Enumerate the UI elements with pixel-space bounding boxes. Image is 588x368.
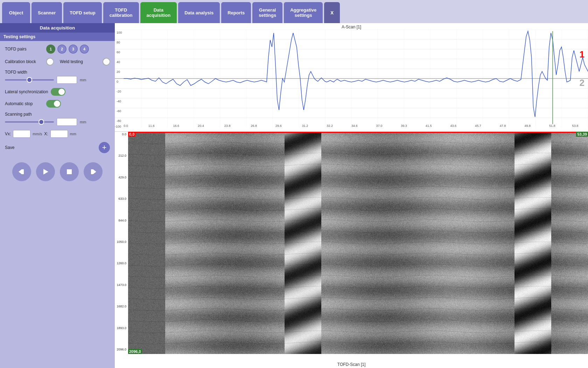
svg-rect-7: [91, 169, 92, 174]
y-label-0: 0.0: [115, 132, 127, 136]
auto-stop-knob: [54, 101, 60, 107]
svg-text:0: 0: [117, 80, 118, 83]
vx-input[interactable]: 0: [13, 130, 30, 138]
svg-text:20: 20: [117, 70, 120, 74]
svg-text:29.6: 29.6: [275, 124, 282, 128]
y-label-1: 212.0: [115, 154, 127, 157]
x-input[interactable]: 0: [50, 130, 68, 138]
scanning-path-input[interactable]: 3869: [57, 118, 77, 126]
calibration-block-label: Calibration block: [5, 59, 43, 64]
svg-text:32.2: 32.2: [327, 124, 333, 128]
svg-text:39.3: 39.3: [401, 124, 407, 128]
lateral-sync-toggle[interactable]: [51, 88, 65, 96]
nav-reports[interactable]: Reports: [221, 2, 251, 23]
svg-text:45.7: 45.7: [475, 124, 481, 128]
skip-forward-button[interactable]: [84, 162, 103, 181]
nav-object[interactable]: Object: [2, 2, 30, 23]
nav-aggregative-settings[interactable]: Aggregative settings: [284, 2, 323, 23]
lateral-sync-knob: [58, 89, 65, 95]
lateral-sync-label: Lateral synchronization: [5, 89, 48, 94]
nav-tofd-calibration[interactable]: TOFD calibration: [103, 2, 139, 23]
svg-text:-100: -100: [115, 125, 121, 128]
panel-title: Data acquisition: [0, 23, 115, 33]
svg-text:23.8: 23.8: [224, 124, 231, 128]
svg-text:-60: -60: [117, 109, 121, 113]
svg-text:11.6: 11.6: [148, 124, 155, 128]
right-panel: A-Scan [1]: [115, 23, 588, 368]
svg-text:51.8: 51.8: [549, 124, 555, 128]
svg-text:80: 80: [117, 41, 120, 44]
y-label-4: 844.0: [115, 219, 127, 222]
auto-stop-row: Automatic stop: [5, 100, 110, 108]
pair-1[interactable]: 1: [46, 45, 55, 54]
y-axis-labels: 0.0 212.0 429.0 633.0 844.0 1050.0 1260.…: [115, 132, 128, 352]
coord-bottom-left: 2096,0: [128, 349, 142, 354]
pair-2[interactable]: 2: [57, 45, 66, 54]
svg-text:100: 100: [117, 31, 122, 34]
main-layout: Data acquisition Testing settings TOFD p…: [0, 23, 588, 368]
vx-x-row: Vx: 0 mm/s X: 0 mm: [5, 130, 110, 138]
svg-text:60: 60: [117, 50, 120, 54]
coord-top-left: 0,0: [128, 132, 135, 137]
stop-button[interactable]: [60, 162, 79, 181]
calibration-weld-row: Calibration block Weld testing: [5, 58, 110, 66]
side-number-1: 1: [580, 49, 584, 60]
svg-rect-6: [92, 169, 93, 174]
pair-3[interactable]: 3: [69, 45, 78, 54]
nav-tofd-setup[interactable]: TOFD setup: [63, 2, 102, 23]
vx-label: Vx:: [5, 131, 11, 136]
vx-unit: mm/s: [33, 132, 42, 136]
weld-testing-label: Weld testing: [60, 59, 98, 64]
scanning-path-slider-row: 3869 mm: [5, 118, 110, 126]
tofd-pairs-label: TOFD pairs: [5, 47, 43, 52]
y-label-9: 1893.0: [115, 326, 127, 330]
rewind-button[interactable]: [12, 162, 31, 181]
svg-text:53.8: 53.8: [572, 124, 579, 128]
nav-close[interactable]: x: [324, 2, 340, 23]
tofd-width-slider[interactable]: [5, 79, 54, 81]
scanning-path-slider[interactable]: [5, 121, 54, 123]
ascan-title: A-Scan [1]: [115, 23, 588, 29]
nav-general-settings[interactable]: General settings: [252, 2, 282, 23]
ascan-chart: 100 80 60 40 20 0 -20 -40 -60 -80 -100 0…: [115, 29, 588, 128]
rewind-icon: [18, 168, 26, 176]
settings-area: TOFD pairs 1 2 3 4 Calibration block Wel…: [0, 41, 115, 157]
weld-toggle[interactable]: [103, 58, 110, 66]
svg-text:-20: -20: [117, 90, 121, 93]
scanning-path-label: Scanning path: [5, 112, 110, 117]
tofd-canvas-area: 0.0 212.0 429.0 633.0 844.0 1050.0 1260.…: [115, 132, 588, 361]
auto-stop-label: Automatic stop: [5, 101, 43, 106]
calibration-toggle-knob: [47, 59, 53, 65]
svg-text:31.2: 31.2: [302, 124, 308, 128]
svg-text:20.4: 20.4: [198, 124, 204, 128]
add-button[interactable]: +: [99, 142, 110, 153]
svg-text:34.6: 34.6: [351, 124, 358, 128]
save-label: Save: [5, 145, 43, 150]
scanning-path-unit: mm: [80, 120, 86, 124]
auto-stop-toggle[interactable]: [46, 100, 61, 108]
svg-text:40: 40: [117, 60, 120, 64]
tofd-red-border: [128, 132, 588, 133]
tofd-width-label: TOFD width: [5, 70, 110, 75]
tofd-width-input[interactable]: 200: [57, 76, 77, 84]
svg-text:-80: -80: [117, 119, 121, 123]
svg-text:-40: -40: [117, 100, 121, 103]
svg-marker-0: [19, 169, 22, 174]
skip-forward-icon: [89, 168, 97, 176]
play-button[interactable]: [36, 162, 55, 181]
svg-rect-2: [23, 169, 24, 174]
svg-text:37.0: 37.0: [376, 124, 383, 128]
svg-marker-5: [93, 169, 96, 174]
nav-data-analysis[interactable]: Data analysis: [178, 2, 220, 23]
lateral-sync-row: Lateral synchronization: [5, 88, 110, 96]
svg-text:41.5: 41.5: [426, 124, 432, 128]
scanning-path-container: Scanning path 3869 mm: [5, 112, 110, 126]
pair-4[interactable]: 4: [80, 45, 89, 54]
stop-icon: [65, 168, 73, 176]
nav-scanner[interactable]: Scanner: [31, 2, 62, 23]
tofd-title: TOFD-Scan [1]: [115, 361, 588, 368]
calibration-toggle[interactable]: [46, 58, 54, 66]
nav-data-acquisition[interactable]: Data acquisition: [140, 2, 177, 23]
y-label-3: 633.0: [115, 197, 127, 200]
y-label-7: 1473.0: [115, 283, 127, 287]
